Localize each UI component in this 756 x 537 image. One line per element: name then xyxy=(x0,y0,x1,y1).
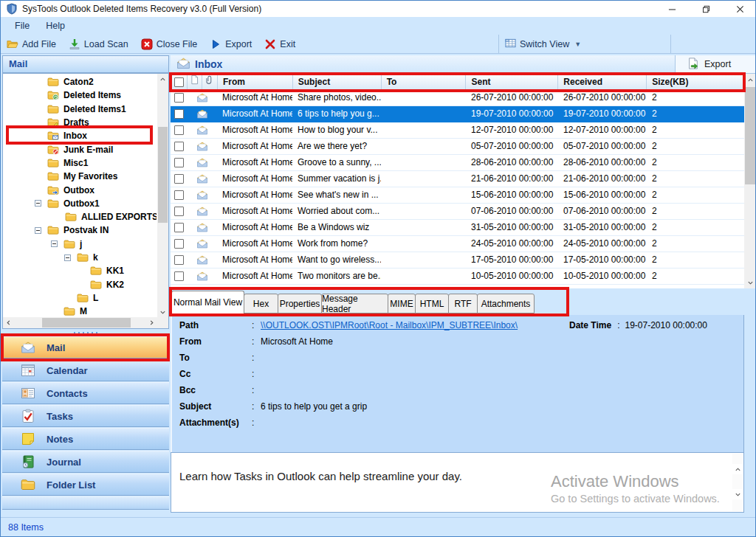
mail-list-scrollbar[interactable] xyxy=(744,74,756,288)
attachment-column[interactable] xyxy=(202,75,218,89)
tree-item-caton2[interactable]: Caton2 xyxy=(3,75,157,89)
row-checkbox[interactable] xyxy=(174,288,184,288)
row-checkbox[interactable] xyxy=(174,93,184,103)
mail-row[interactable]: Microsoft At HomeTwo monitors are be...1… xyxy=(171,268,744,285)
row-checkbox-cell[interactable] xyxy=(171,171,187,187)
tab-properties[interactable]: Properties xyxy=(278,294,322,313)
mail-row[interactable]: Microsoft At HomeGroove to a sunny, ...2… xyxy=(171,155,744,171)
mail-row[interactable]: Microsoft At HomeAre we there yet?05-07-… xyxy=(171,139,744,155)
row-checkbox[interactable] xyxy=(174,271,184,281)
toolbar-close-file-button[interactable]: Close File xyxy=(141,38,198,50)
row-checkbox[interactable] xyxy=(174,239,184,249)
row-checkbox-cell[interactable] xyxy=(171,155,187,170)
tree-item-misc1[interactable]: Misc1 xyxy=(3,156,157,170)
select-all-checkbox-cell[interactable] xyxy=(171,75,188,89)
scroll-up-arrow[interactable] xyxy=(732,464,743,474)
scroll-thumb[interactable] xyxy=(42,318,131,328)
splitter-handle[interactable] xyxy=(2,330,169,336)
tree-item-my-favorites[interactable]: My Favorites xyxy=(3,170,157,183)
row-checkbox[interactable] xyxy=(174,207,184,216)
mail-row[interactable]: Microsoft At HomeShare photos, video...2… xyxy=(171,90,744,106)
nav-calendar-button[interactable]: Calendar xyxy=(2,359,169,381)
scroll-thumb[interactable] xyxy=(745,87,755,184)
nav-mail-button[interactable]: Mail xyxy=(2,336,169,358)
toolbar-load-scan-button[interactable]: Load Scan xyxy=(69,38,128,50)
tab-normal-mail-view[interactable]: Normal Mail View xyxy=(171,291,244,314)
menu-file[interactable]: File xyxy=(7,19,38,32)
mail-row[interactable]: Microsoft At HomeBe a Windows wiz31-05-2… xyxy=(171,220,744,236)
row-checkbox-cell[interactable] xyxy=(171,187,187,203)
toolbar-add-file-button[interactable]: Add File xyxy=(7,38,56,50)
mail-list-header[interactable]: FromSubjectToSentReceivedSize(KB) xyxy=(171,74,744,90)
column-header-received[interactable]: Received xyxy=(558,75,647,89)
nav-folder-list-button[interactable]: Folder List xyxy=(2,474,169,496)
row-checkbox-cell[interactable] xyxy=(171,204,187,219)
tree-item-drafts[interactable]: Drafts xyxy=(3,116,157,129)
row-checkbox[interactable] xyxy=(174,223,184,232)
tree-item-kk2[interactable]: KK2 xyxy=(3,277,157,291)
column-header-from[interactable]: From xyxy=(218,75,293,89)
nav-notes-button[interactable]: Notes xyxy=(2,428,169,450)
export-button[interactable]: Export xyxy=(675,55,756,74)
row-checkbox-cell[interactable] xyxy=(171,106,187,122)
scroll-left-arrow[interactable] xyxy=(3,317,14,328)
mail-row[interactable]: Microsoft At HomeWant to go wireless...1… xyxy=(171,252,744,268)
row-checkbox[interactable] xyxy=(174,190,184,200)
row-checkbox[interactable] xyxy=(174,255,184,265)
collapse-icon[interactable] xyxy=(51,240,58,247)
tree-vertical-scrollbar[interactable] xyxy=(157,74,168,318)
tab-mime[interactable]: MIME xyxy=(388,294,416,313)
body-scrollbar[interactable] xyxy=(732,454,743,511)
mail-row[interactable]: Microsoft At HomeWork from home?24-05-20… xyxy=(171,236,744,252)
tree-item-outbox[interactable]: Outbox xyxy=(3,183,157,196)
row-checkbox[interactable] xyxy=(174,142,184,151)
scroll-down-arrow[interactable] xyxy=(732,489,743,499)
message-icon-column[interactable] xyxy=(188,75,202,89)
mail-row[interactable]: Microsoft At Home6 tips to help you g...… xyxy=(171,106,744,122)
close-button[interactable] xyxy=(723,1,756,17)
toolbar-export-button[interactable]: Export xyxy=(210,38,252,50)
switch-view-button[interactable]: Switch View ▼ xyxy=(498,35,671,53)
tree-item-l[interactable]: L xyxy=(3,291,157,305)
scroll-down-arrow[interactable] xyxy=(744,277,756,288)
tree-item-kk1[interactable]: KK1 xyxy=(3,264,157,277)
nav-journal-button[interactable]: Journal xyxy=(2,451,169,473)
mail-row[interactable]: Microsoft At HomeHow to blog your v...12… xyxy=(171,122,744,139)
collapse-icon[interactable] xyxy=(35,200,41,207)
tree-item-k[interactable]: k xyxy=(3,251,157,264)
tab-attachments[interactable]: Attachments xyxy=(477,294,535,313)
collapse-icon[interactable] xyxy=(35,227,41,234)
row-checkbox-cell[interactable] xyxy=(171,252,187,268)
tree-item-deleted-items1[interactable]: Deleted Items1 xyxy=(3,103,157,116)
row-checkbox[interactable] xyxy=(174,125,184,135)
mail-row[interactable]: Microsoft At HomeSee what's new in ...15… xyxy=(171,187,744,204)
tab-hex[interactable]: Hex xyxy=(244,294,278,313)
scroll-down-arrow[interactable] xyxy=(157,307,168,318)
tree-item-allied-exports[interactable]: ALLIED EXPORTS xyxy=(3,210,157,224)
tree-item-inbox[interactable]: Inbox xyxy=(3,129,157,142)
tab-message-header[interactable]: Message Header xyxy=(321,294,388,313)
tree-item-m[interactable]: M xyxy=(3,305,157,318)
restore-button[interactable] xyxy=(689,1,723,17)
tree-item-j[interactable]: j xyxy=(3,238,157,251)
select-all-checkbox[interactable] xyxy=(174,77,184,87)
detail-value-link[interactable]: \\OUTLOOK.OST\IPMRoot\Root - Mailbox\IPM… xyxy=(261,320,518,336)
row-checkbox-cell[interactable] xyxy=(171,139,187,154)
column-header-sent[interactable]: Sent xyxy=(466,75,558,89)
row-checkbox-cell[interactable] xyxy=(171,122,187,138)
row-checkbox-cell[interactable] xyxy=(171,268,187,284)
toolbar-exit-button[interactable]: Exit xyxy=(264,38,295,50)
collapse-icon[interactable] xyxy=(64,254,71,261)
menu-help[interactable]: Help xyxy=(38,19,73,32)
tree-horizontal-scrollbar[interactable] xyxy=(3,317,157,328)
row-checkbox-cell[interactable] xyxy=(171,220,187,235)
nav-contacts-button[interactable]: Contacts xyxy=(2,382,169,404)
mail-row[interactable]: Microsoft At HomeSummer vacation is j...… xyxy=(171,171,744,187)
tree-item-outbox1[interactable]: Outbox1 xyxy=(3,197,157,210)
row-checkbox[interactable] xyxy=(174,174,184,184)
row-checkbox-cell[interactable] xyxy=(171,285,187,288)
minimize-button[interactable] xyxy=(655,1,689,17)
scroll-thumb[interactable] xyxy=(158,127,168,223)
row-checkbox[interactable] xyxy=(174,158,184,167)
scroll-up-arrow[interactable] xyxy=(744,74,756,86)
